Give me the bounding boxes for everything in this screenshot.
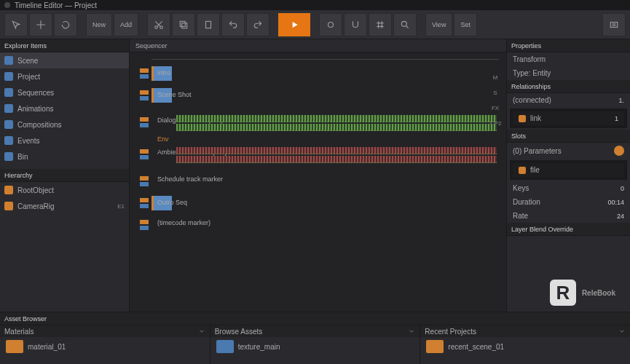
folder-icon [4,88,13,97]
waveform[interactable] [176,124,497,131]
chevron-down-icon[interactable] [408,328,415,335]
tool-move[interactable] [29,13,52,36]
waveform[interactable] [176,115,497,122]
rel-row[interactable]: (connected)1. [507,93,630,107]
assets-header: Asset Browser [0,312,630,325]
tool-paste[interactable] [197,13,220,36]
timeline-track[interactable]: Scene Shot [130,86,506,105]
explorer-item[interactable]: Animations [0,100,129,116]
asset-item[interactable]: texture_main [210,337,420,356]
play-button[interactable] [278,13,310,36]
timeline-header: Sequencer [130,39,506,52]
tool-view[interactable]: View [425,13,452,36]
object-icon [4,202,13,210]
track-head[interactable] [130,149,151,159]
explorer-item[interactable]: Sequences [0,84,129,100]
track-lane[interactable]: (timecode marker) [151,216,499,234]
marker-icon [140,176,149,181]
tool-grid[interactable] [369,13,392,36]
pane-header: Recent Projects [420,325,630,337]
tool-zoom[interactable] [393,13,417,36]
marker-icon [140,204,149,208]
asset-pane: Browse Assetstexture_main [210,325,421,364]
timeline-track[interactable]: EnvAmbience Track B (L/R) [130,140,506,169]
waveform[interactable] [176,147,497,154]
track-head[interactable] [130,68,151,79]
kv-row[interactable]: Rate24 [507,209,630,223]
settings-icon[interactable] [602,13,626,36]
hierarchy-panel: Hierarchy RootObjectCameraRigE1 [0,169,129,214]
tool-set[interactable]: Set [454,13,477,36]
asset-item[interactable]: recent_scene_01 [420,337,630,356]
timeline-track[interactable]: Outro Seq [130,194,506,213]
hierarchy-item[interactable]: RootObject [0,182,129,198]
svg-point-6 [401,21,406,26]
hierarchy-item[interactable]: CameraRigE1 [0,198,129,214]
thumbnail-icon [426,340,444,353]
slot-row[interactable]: file [513,163,624,177]
slot-cluster: file [510,160,627,180]
asset-item[interactable]: material_01 [0,337,210,356]
tool-add[interactable]: Add [114,13,138,36]
track-head[interactable] [130,220,151,230]
marker-icon [140,220,149,224]
explorer-item[interactable]: Bin [0,149,129,165]
track-lane[interactable]: Scene Shot [151,87,499,104]
track-lane[interactable]: Intro [151,65,499,82]
explorer-item[interactable]: Project [0,68,129,84]
explorer-item[interactable]: Compositions [0,116,129,132]
track-lane[interactable]: Outro Seq [151,194,499,212]
track-lane[interactable]: Dialogue Track A (L/R) [151,114,499,131]
track-caption: (timecode marker) [157,219,210,226]
tool-snap[interactable] [344,13,367,36]
timeline-track[interactable]: (timecode marker) [130,215,506,234]
track-head[interactable] [130,176,151,186]
tool-new[interactable]: New [86,13,112,36]
pane-header: Materials [0,325,210,337]
side-tag[interactable]: S [493,90,497,96]
timeline-track[interactable]: Dialogue Track A (L/R) [130,108,506,137]
explorer-item-label: Bin [17,153,28,161]
timeline-track[interactable]: Schedule track marker [130,172,506,191]
prop-row[interactable]: Transform [507,52,630,66]
chevron-down-icon[interactable] [618,328,626,335]
explorer-item[interactable]: Events [0,132,129,149]
kv-label: Keys [513,184,529,192]
track-head[interactable] [130,198,151,208]
timeline-track[interactable]: Intro [130,64,506,83]
pane-title: Recent Projects [425,328,476,336]
rel-cluster: link1 [510,108,627,128]
slot-row[interactable]: (0) Parameters [507,143,630,159]
track-lane[interactable]: EnvAmbience Track B (L/R) [151,146,499,163]
side-tag[interactable]: M [493,74,498,81]
time-ruler[interactable] [151,54,499,60]
track-head[interactable] [130,117,151,127]
asset-label: material_01 [28,343,66,351]
kv-val: 0 [621,185,624,192]
explorer-item[interactable]: Scene [0,52,129,68]
kv-row[interactable]: Keys0 [507,181,630,195]
track-title: Env [157,135,169,143]
tool-copy[interactable] [172,13,195,36]
tool-redo[interactable] [246,13,269,36]
tool-rotate[interactable] [54,13,77,36]
slot-label: file [530,166,540,174]
object-icon [4,186,13,194]
kv-row[interactable]: Duration00:14 [507,195,630,209]
side-tag[interactable]: T P2 [489,120,502,127]
track-lane[interactable]: Schedule track marker [151,173,499,190]
tool-select[interactable] [4,13,28,36]
side-tag[interactable]: FX [492,105,499,111]
rel-row[interactable]: link1 [513,111,624,125]
waveform[interactable] [176,156,497,163]
prop-row[interactable]: Type: Entity [507,66,630,80]
thumbnail-icon [216,340,234,353]
timeline-area[interactable]: IntroScene ShotDialogue Track A (L/R)Env… [130,52,506,312]
tool-rec[interactable] [319,13,342,36]
right-sidebar: Properties Transform Type: Entity Relati… [506,39,630,312]
tool-undo[interactable] [221,13,245,36]
track-head[interactable] [130,90,151,100]
chevron-down-icon[interactable] [198,328,205,335]
explorer-item-label: Project [17,73,40,81]
tool-cut[interactable] [147,13,170,36]
